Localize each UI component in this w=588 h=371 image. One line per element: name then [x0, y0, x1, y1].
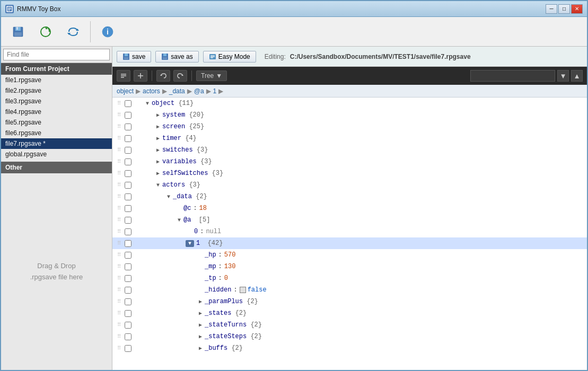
save-toolbar-button[interactable]: [5, 19, 31, 45]
tree-row[interactable]: ⠿ ▼ 1 {42}: [112, 237, 587, 249]
drag-drop-area[interactable]: Drag & Drop.rpgsave file here: [1, 173, 112, 370]
row-checkbox[interactable]: [123, 263, 133, 270]
row-checkbox[interactable]: [123, 193, 133, 200]
save-button[interactable]: save: [117, 51, 151, 63]
toggle-icon[interactable]: ▶: [154, 158, 162, 165]
breadcrumb-actors[interactable]: actors: [143, 87, 160, 95]
toggle-icon[interactable]: ▶: [154, 135, 162, 142]
row-checkbox[interactable]: [123, 240, 133, 247]
row-checkbox[interactable]: [123, 112, 133, 119]
toggle-icon[interactable]: ▶: [196, 310, 205, 316]
row-brace: {4}: [181, 135, 197, 142]
tree-row[interactable]: ⠿ ▶ selfSwitches {3}: [112, 167, 587, 179]
row-checkbox[interactable]: [123, 205, 133, 212]
toggle-icon[interactable]: ▶: [196, 333, 205, 340]
tree-row[interactable]: ⠿ ▶ _stateSteps {2}: [112, 331, 587, 342]
row-checkbox[interactable]: [123, 100, 133, 107]
search-input[interactable]: [3, 49, 110, 60]
row-checkbox[interactable]: [123, 170, 133, 177]
toggle-icon[interactable]: ▼: [175, 217, 183, 223]
row-checkbox[interactable]: [123, 147, 133, 154]
row-checkbox[interactable]: [123, 287, 133, 294]
refresh-button[interactable]: [33, 19, 58, 45]
tree-row[interactable]: ⠿ ▶ _buffs {2}: [112, 342, 587, 354]
sidebar-item-file4[interactable]: file4.rpgsave: [1, 107, 112, 117]
undo-button[interactable]: [156, 70, 170, 82]
tree-row[interactable]: ⠿ ▶ _paramPlus {2}: [112, 296, 587, 307]
breadcrumb-sep4: ▶: [206, 87, 211, 95]
tree-row[interactable]: ⠿ @c : 18: [112, 202, 587, 214]
toggle-icon[interactable]: ▶: [154, 123, 162, 130]
tree-row[interactable]: ⠿ ▶ _stateTurns {2}: [112, 319, 587, 331]
sync-button[interactable]: [60, 19, 86, 45]
row-checkbox[interactable]: [123, 182, 133, 189]
toggle-icon[interactable]: ▶: [196, 345, 205, 351]
row-checkbox[interactable]: [123, 158, 133, 165]
tree-row[interactable]: ⠿ ▶ system {20}: [112, 109, 587, 121]
tree-row[interactable]: ⠿ ▼ object {11}: [112, 98, 587, 109]
svg-rect-7: [14, 32, 22, 36]
toggle-icon[interactable]: ▶: [154, 170, 162, 176]
toggle-icon[interactable]: ▼: [186, 240, 194, 247]
toggle-icon[interactable]: ▼: [164, 194, 173, 200]
breadcrumb-1[interactable]: 1: [213, 87, 217, 95]
save-as-button[interactable]: save as: [155, 51, 198, 63]
sidebar-item-file1[interactable]: file1.rpgsave: [1, 75, 112, 85]
redo-button[interactable]: [173, 70, 187, 82]
easy-mode-button[interactable]: Easy Mode: [203, 51, 256, 63]
breadcrumb-object[interactable]: object: [117, 87, 134, 95]
sidebar-item-file6[interactable]: file6.rpgsave: [1, 128, 112, 138]
breadcrumb-data[interactable]: _data: [169, 87, 185, 95]
row-checkbox[interactable]: [123, 275, 133, 282]
tree-row[interactable]: ⠿ ▶ timer {4}: [112, 132, 587, 144]
collapse-all-button[interactable]: [117, 70, 130, 82]
tree-row[interactable]: ⠿ _tp : 0: [112, 272, 587, 284]
tree-search-input[interactable]: [470, 70, 555, 82]
row-checkbox[interactable]: [123, 228, 133, 235]
tree-row[interactable]: ⠿ _mp : 130: [112, 261, 587, 272]
easy-mode-icon: [209, 53, 216, 60]
row-checkbox[interactable]: [123, 310, 133, 317]
tree-search-down-button[interactable]: ▼: [557, 70, 569, 82]
maximize-button[interactable]: □: [558, 4, 570, 14]
row-checkbox[interactable]: [123, 217, 133, 224]
sidebar-item-file7[interactable]: file7.rpgsave *: [1, 138, 112, 149]
minimize-button[interactable]: ─: [546, 4, 557, 14]
tree-row[interactable]: ⠿ ▼ _data {2}: [112, 191, 587, 202]
tree-row[interactable]: ⠿ 0 : null: [112, 226, 587, 237]
close-button[interactable]: ✕: [571, 4, 583, 14]
tree-row[interactable]: ⠿ ▼ actors {3}: [112, 179, 587, 191]
toggle-icon[interactable]: ▶: [154, 112, 162, 118]
info-button[interactable]: i: [95, 19, 120, 45]
sidebar-item-file5[interactable]: file5.rpgsave: [1, 117, 112, 128]
toggle-icon[interactable]: ▼: [154, 182, 162, 188]
row-checkbox[interactable]: [123, 298, 133, 305]
row-key: _hp: [205, 251, 216, 259]
sidebar-item-global[interactable]: global.rpgsave: [1, 149, 112, 160]
toggle-icon[interactable]: ▼: [143, 101, 152, 107]
row-checkbox[interactable]: [123, 333, 133, 340]
row-checkbox[interactable]: [123, 322, 133, 329]
tree-row[interactable]: ⠿ ▶ switches {3}: [112, 144, 587, 156]
tree-row[interactable]: ⠿ ▼ @a [5]: [112, 214, 587, 226]
toggle-icon[interactable]: ▶: [196, 298, 205, 305]
row-checkbox[interactable]: [123, 345, 133, 352]
sidebar-item-file2[interactable]: file2.rpgsave: [1, 85, 112, 96]
toggle-icon[interactable]: ▶: [196, 322, 205, 328]
row-checkbox[interactable]: [123, 123, 133, 130]
tree-content[interactable]: ⠿ ▼ object {11} ⠿ ▶ system {20}: [112, 98, 587, 370]
tree-row[interactable]: ⠿ _hidden : false: [112, 284, 587, 296]
row-checkbox[interactable]: [123, 135, 133, 142]
breadcrumb-at-a[interactable]: @a: [194, 87, 204, 95]
tree-row[interactable]: ⠿ ▶ _states {2}: [112, 307, 587, 319]
tree-row[interactable]: ⠿ ▶ variables {3}: [112, 156, 587, 167]
expand-all-button[interactable]: [134, 70, 147, 82]
drag-handle: ⠿: [115, 333, 123, 340]
tree-row[interactable]: ⠿ ▶ screen {25}: [112, 121, 587, 132]
tree-search-up-button[interactable]: ▲: [571, 70, 583, 82]
row-checkbox[interactable]: [123, 252, 133, 259]
tree-view-button[interactable]: Tree ▼: [196, 70, 227, 81]
toggle-icon[interactable]: ▶: [154, 147, 162, 153]
tree-row[interactable]: ⠿ _hp : 570: [112, 249, 587, 261]
sidebar-item-file3[interactable]: file3.rpgsave: [1, 96, 112, 107]
